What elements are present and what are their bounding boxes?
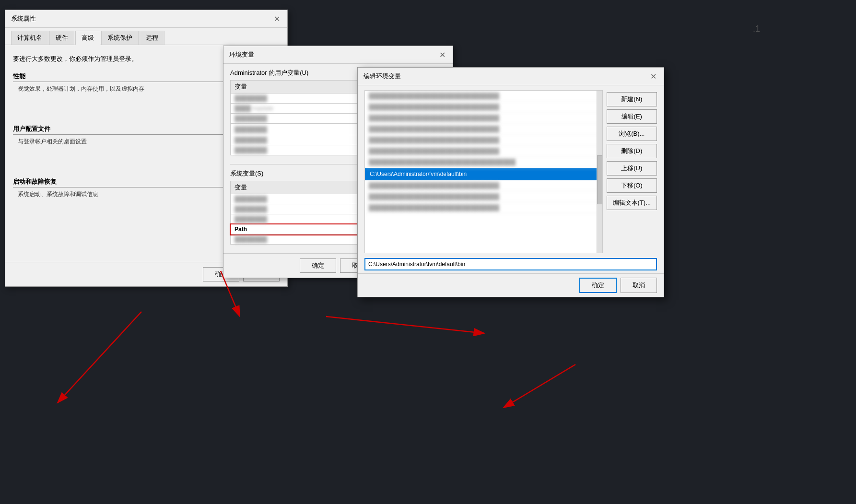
env-vars-titlebar: 环境变量 ✕ [223,46,453,64]
move-up-button[interactable]: 上移(U) [607,161,657,176]
tab-computer-name[interactable]: 计算机名 [11,31,48,45]
list-item[interactable]: ████████████████████████████████ [365,91,602,102]
edit-text-button[interactable]: 编辑文本(T)... [607,196,657,210]
selected-value-input[interactable] [364,258,657,270]
system-props-tabs: 计算机名 硬件 高级 系统保护 远程 [5,28,287,45]
edit-env-dialog: 编辑环境变量 ✕ ███████████████████████████████… [357,67,664,297]
tab-remote[interactable]: 远程 [140,31,164,45]
list-item[interactable]: ████████████████████████████████ [365,124,602,135]
edit-env-footer: 确定 取消 [358,273,664,297]
delete-button[interactable]: 删除(D) [607,144,657,158]
tab-system-protection[interactable]: 系统保护 [101,31,139,45]
selected-path-item[interactable]: C:\Users\Administrator\fvm\default\bin [365,168,602,180]
env-vars-title: 环境变量 [229,50,254,59]
edit-env-title: 编辑环境变量 [364,72,401,81]
env-vars-close-button[interactable]: ✕ [437,50,447,59]
edit-env-cancel-button[interactable]: 取消 [621,278,657,293]
edit-env-list-area: ████████████████████████████████ ███████… [364,90,657,253]
tab-hardware[interactable]: 硬件 [49,31,74,45]
scrollbar[interactable] [597,91,602,253]
list-item[interactable]: ████████████████████████████████ [365,180,602,191]
scrollbar-thumb[interactable] [597,155,602,204]
list-item[interactable]: ████████████████████████████████ [365,146,602,157]
system-props-titlebar: 系统属性 ✕ [5,10,287,28]
edit-env-close-button[interactable]: ✕ [648,71,658,81]
system-props-title: 系统属性 [11,14,36,23]
edit-env-action-buttons: 新建(N) 编辑(E) 浏览(B)... 删除(D) 上移(U) 下移(O) 编… [607,90,657,253]
list-item[interactable]: ████████████████████████████████ [365,113,602,124]
list-item[interactable]: ████████████████████████████████ [365,135,602,146]
edit-env-input-row [364,258,657,270]
new-button[interactable]: 新建(N) [607,92,657,106]
browse-button[interactable]: 浏览(B)... [607,127,657,141]
list-item[interactable]: ████████████████████████████████ [365,191,602,202]
edit-env-titlebar: 编辑环境变量 ✕ [358,68,664,85]
tab-advanced[interactable]: 高级 [75,31,100,45]
list-item[interactable]: ████████████████████████████████ [365,202,602,213]
move-down-button[interactable]: 下移(O) [607,178,657,193]
edit-button[interactable]: 编辑(E) [607,109,657,124]
env-vars-ok-button[interactable]: 确定 [300,258,336,273]
code-text: .1 [753,24,760,34]
list-item[interactable]: ████████████████████████████████████ [365,157,602,168]
edit-env-path-list[interactable]: ████████████████████████████████ ███████… [364,90,603,253]
edit-env-ok-button[interactable]: 确定 [579,278,617,293]
system-props-close-button[interactable]: ✕ [272,14,281,23]
list-item[interactable]: ████████████████████████████████ [365,102,602,113]
system-vars-col1: 变量 [231,181,377,194]
